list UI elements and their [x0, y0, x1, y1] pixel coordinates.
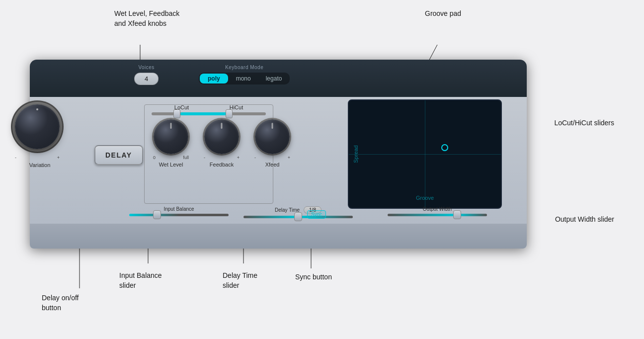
xfeed-knob-indicator — [272, 123, 273, 129]
xfeed-range: - + — [254, 155, 290, 160]
keyboard-mode-poly[interactable]: poly — [200, 74, 228, 84]
locut-hicut-active-range — [180, 112, 232, 115]
keyboard-mode-legato[interactable]: legato — [259, 74, 289, 84]
keyboard-mode-label: Keyboard Mode — [199, 65, 290, 70]
keyboard-mode-section: Keyboard Mode poly mono legato — [199, 65, 290, 85]
annotation-delay-time: Delay Time slider — [223, 271, 257, 290]
input-balance-track — [129, 214, 229, 216]
page-container: Wet Level, Feedback and Xfeed knobs Groo… — [0, 0, 644, 339]
annotation-delay-on-off: Delay on/off button — [42, 293, 79, 313]
groove-crosshair — [441, 144, 448, 151]
feedback-knob-area: - + Feedback — [204, 119, 240, 168]
variation-label: Variation — [15, 162, 65, 168]
delay-time-area: Delay Time 1/8 — [243, 206, 353, 218]
sync-button[interactable]: Sync — [307, 210, 326, 219]
annotation-wet-level-feedback-xfeed: Wet Level, Feedback and Xfeed knobs — [114, 9, 179, 28]
xfeed-label: Xfeed — [265, 162, 280, 168]
wet-level-label: Wet Level — [159, 162, 183, 168]
groove-label: Groove — [416, 195, 434, 201]
xfeed-knob[interactable] — [255, 119, 290, 154]
locut-hicut-track — [152, 112, 266, 115]
annotation-groove-pad: Groove pad — [425, 9, 461, 19]
annotation-output-width: Output Width slider — [555, 215, 614, 225]
feedback-knob[interactable] — [204, 119, 239, 154]
wet-level-range-max: full — [183, 155, 189, 160]
output-width-thumb[interactable] — [453, 210, 461, 219]
feedback-knob-indicator — [221, 123, 223, 129]
keyboard-mode-group: poly mono legato — [199, 73, 290, 85]
keyboard-mode-mono[interactable]: mono — [228, 74, 259, 84]
annotation-locut-hicut: LoCut/HiCut sliders — [554, 118, 614, 128]
groove-grid-vertical — [425, 100, 425, 208]
variation-knob-indicator — [36, 108, 38, 110]
delay-time-track — [243, 216, 353, 218]
wet-level-range-min: 0 — [153, 155, 156, 160]
variation-range: - + — [15, 155, 60, 160]
variation-range-min: - — [15, 155, 16, 160]
feedback-range-max: + — [237, 155, 240, 160]
annotation-input-balance: Input Balance slider — [119, 271, 162, 290]
delay-button[interactable]: DELAY — [94, 145, 143, 165]
bottom-strip — [30, 224, 527, 249]
xfeed-knob-area: - + Xfeed — [254, 119, 290, 168]
groove-pad[interactable]: Spread Groove — [348, 99, 502, 209]
input-balance-thumb[interactable] — [153, 210, 161, 219]
input-balance-label: Input Balance — [129, 206, 229, 212]
locut-hicut-area: LoCut HiCut — [144, 104, 273, 115]
input-balance-area: Input Balance — [129, 206, 229, 216]
variation-knob-area: - + Variation — [15, 104, 65, 168]
feedback-range-min: - — [204, 155, 205, 160]
voices-section: Voices 4 — [134, 65, 159, 85]
output-width-track — [388, 214, 487, 216]
wet-level-knob-indicator — [170, 123, 172, 129]
delay-time-thumb[interactable] — [294, 212, 302, 221]
output-width-label: Output Width — [388, 206, 487, 212]
variation-knob[interactable] — [15, 104, 60, 149]
synth-panel: Voices 4 Keyboard Mode poly mono legato — [30, 60, 527, 249]
voices-value[interactable]: 4 — [134, 73, 159, 85]
feedback-label: Feedback — [210, 162, 234, 168]
feedback-range: - + — [204, 155, 240, 160]
xfeed-range-min: - — [254, 155, 256, 160]
output-width-area: Output Width — [388, 206, 487, 216]
xfeed-range-max: + — [288, 155, 290, 160]
synth-top-bar: Voices 4 Keyboard Mode poly mono legato — [30, 60, 527, 97]
spread-label: Spread — [353, 145, 359, 163]
annotation-sync-button: Sync button — [295, 272, 332, 282]
wet-level-knob[interactable] — [154, 119, 188, 154]
hicut-slider-thumb[interactable] — [226, 109, 233, 118]
voices-label: Voices — [134, 65, 159, 70]
wet-level-knob-area: 0 full Wet Level — [153, 119, 189, 168]
variation-range-max: + — [57, 155, 60, 160]
locut-slider-thumb[interactable] — [173, 109, 180, 118]
locut-hicut-labels: LoCut HiCut — [144, 104, 273, 110]
wet-level-range: 0 full — [153, 155, 189, 160]
